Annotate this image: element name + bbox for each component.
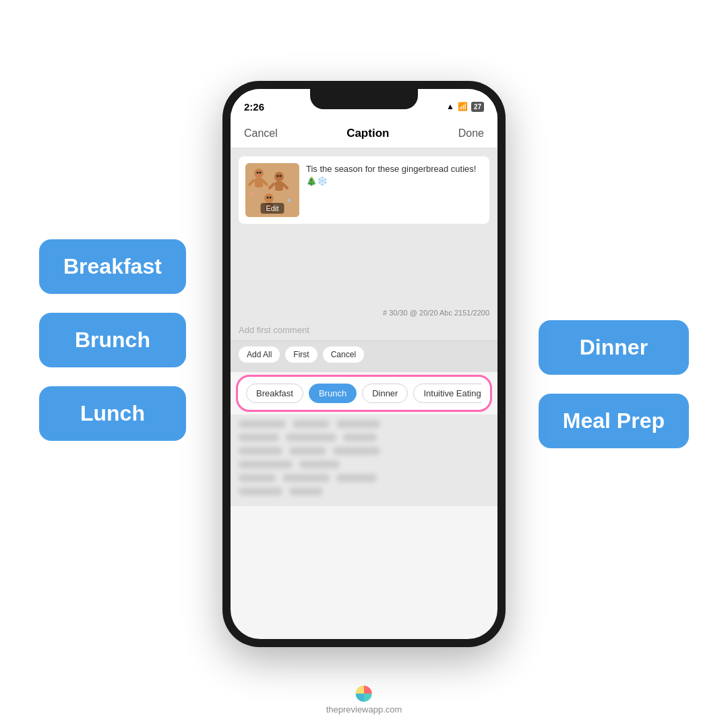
svg-point-1 bbox=[254, 169, 264, 178]
phone-mockup: 2:26 ▲ 📶 27 Cancel Caption Done bbox=[222, 81, 506, 647]
post-preview: Edit Tis the season for these gingerbrea… bbox=[239, 156, 489, 224]
blurred-row-2 bbox=[239, 433, 489, 442]
edit-label[interactable]: Edit bbox=[261, 203, 284, 214]
app-footer: thepreviewapp.com bbox=[326, 686, 402, 715]
content-area: Edit Tis the season for these gingerbrea… bbox=[231, 148, 497, 239]
svg-rect-2 bbox=[255, 178, 263, 187]
blurred-tag bbox=[239, 447, 282, 455]
blurred-tags-area bbox=[231, 415, 497, 506]
right-category-buttons: Dinner Meal Prep bbox=[539, 320, 689, 448]
lunch-button[interactable]: Lunch bbox=[39, 386, 186, 441]
wifi-icon: 📶 bbox=[458, 102, 468, 111]
blurred-tag bbox=[282, 474, 330, 482]
pill-intuitive-eating[interactable]: Intuitive Eating bbox=[413, 384, 482, 403]
blurred-tag bbox=[239, 474, 276, 482]
breakfast-button[interactable]: Breakfast bbox=[39, 239, 186, 294]
blurred-tag bbox=[286, 433, 336, 442]
blurred-tag bbox=[239, 420, 286, 428]
svg-point-17 bbox=[270, 197, 272, 199]
char-counts: # 30/30 @ 20/20 Abc 2151/2200 bbox=[231, 306, 497, 320]
category-pills: Breakfast Brunch Dinner Intuitive Eating bbox=[246, 384, 482, 403]
blurred-tag bbox=[336, 420, 380, 428]
tag-row: Add All First Cancel bbox=[239, 346, 489, 363]
dinner-button[interactable]: Dinner bbox=[539, 320, 689, 375]
svg-rect-9 bbox=[275, 181, 283, 191]
svg-point-13 bbox=[280, 175, 282, 177]
done-button[interactable]: Done bbox=[458, 127, 484, 140]
first-button[interactable]: First bbox=[285, 346, 317, 363]
phone-frame: 2:26 ▲ 📶 27 Cancel Caption Done bbox=[222, 81, 506, 647]
svg-point-14 bbox=[264, 193, 274, 203]
blurred-tag bbox=[239, 487, 282, 495]
svg-point-6 bbox=[260, 172, 262, 174]
app-domain: thepreviewapp.com bbox=[326, 704, 402, 715]
category-row-highlighted: Breakfast Brunch Dinner Intuitive Eating bbox=[236, 375, 492, 412]
blurred-tag bbox=[289, 487, 323, 495]
blurred-row-1 bbox=[239, 420, 489, 428]
add-comment[interactable]: Add first comment bbox=[231, 320, 497, 341]
add-all-button[interactable]: Add All bbox=[239, 346, 280, 363]
screen-title: Caption bbox=[346, 127, 389, 140]
blurred-row-5 bbox=[239, 474, 489, 482]
svg-point-8 bbox=[274, 172, 284, 181]
phone-notch bbox=[310, 89, 418, 109]
pill-breakfast[interactable]: Breakfast bbox=[246, 384, 303, 403]
svg-point-12 bbox=[277, 175, 279, 177]
svg-point-5 bbox=[257, 172, 259, 174]
svg-point-7 bbox=[257, 175, 258, 176]
post-caption-text[interactable]: Tis the season for these gingerbread cut… bbox=[306, 163, 483, 217]
post-image[interactable]: Edit bbox=[245, 163, 299, 217]
blurred-row-4 bbox=[239, 460, 489, 468]
blurred-tag bbox=[343, 433, 377, 442]
navigation-bar: Cancel Caption Done bbox=[231, 119, 497, 148]
svg-point-18 bbox=[251, 192, 253, 195]
logo-icon bbox=[356, 686, 372, 702]
left-category-buttons: Breakfast Brunch Lunch bbox=[39, 239, 186, 441]
blurred-tag bbox=[289, 447, 326, 455]
blurred-tag bbox=[293, 420, 330, 428]
blurred-row-6 bbox=[239, 487, 489, 495]
status-time: 2:26 bbox=[244, 101, 264, 113]
meal-prep-button[interactable]: Meal Prep bbox=[539, 394, 689, 448]
svg-point-19 bbox=[288, 199, 291, 202]
pill-dinner[interactable]: Dinner bbox=[362, 384, 408, 403]
cancel-button[interactable]: Cancel bbox=[244, 127, 278, 140]
blurred-tag bbox=[299, 460, 340, 468]
status-icons: ▲ 📶 27 bbox=[446, 102, 484, 112]
brunch-button[interactable]: Brunch bbox=[39, 313, 186, 367]
battery-indicator: 27 bbox=[471, 102, 484, 112]
blurred-tag bbox=[333, 447, 380, 455]
phone-screen: 2:26 ▲ 📶 27 Cancel Caption Done bbox=[231, 89, 497, 639]
blurred-tag bbox=[239, 433, 279, 442]
text-editor[interactable] bbox=[231, 239, 497, 306]
blurred-tag bbox=[336, 474, 377, 482]
pill-brunch[interactable]: Brunch bbox=[309, 384, 357, 403]
svg-point-16 bbox=[267, 197, 269, 199]
signal-icon: ▲ bbox=[446, 102, 454, 111]
blurred-row-3 bbox=[239, 447, 489, 455]
tag-section: Add All First Cancel bbox=[231, 341, 497, 372]
tag-cancel-button[interactable]: Cancel bbox=[323, 346, 364, 363]
app-logo bbox=[326, 686, 402, 702]
blurred-tag bbox=[239, 460, 293, 468]
